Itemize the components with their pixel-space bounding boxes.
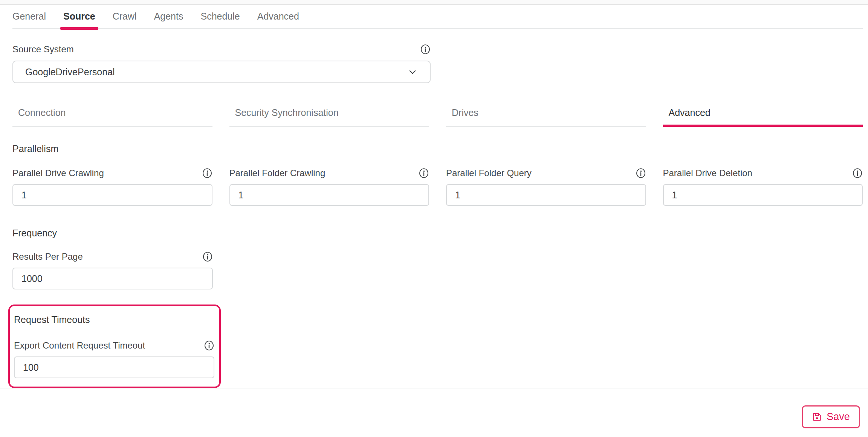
info-icon[interactable]: [636, 168, 646, 178]
field-label: Parallel Drive Deletion: [663, 168, 752, 178]
top-divider: [0, 0, 868, 5]
request-timeouts-highlight-box: Request Timeouts Export Content Request …: [8, 305, 221, 388]
source-system-select[interactable]: GoogleDrivePersonal: [12, 61, 431, 83]
parallel-drive-crawling-input[interactable]: [12, 184, 212, 206]
subtab-security-synchronisation[interactable]: Security Synchronisation: [229, 107, 429, 127]
secondary-tab-bar: Connection Security Synchronisation Driv…: [12, 107, 863, 127]
field-results-per-page: Results Per Page: [12, 251, 213, 289]
source-system-field: Source System GoogleDrivePersonal: [12, 44, 431, 83]
field-export-content-request-timeout: Export Content Request Timeout: [14, 340, 214, 378]
parallelism-fields: Parallel Drive Crawling Parallel Folder …: [12, 168, 863, 206]
source-system-value: GoogleDrivePersonal: [25, 67, 115, 78]
tab-general[interactable]: General: [12, 11, 46, 28]
footer-bar: Save: [0, 388, 868, 437]
floppy-disk-icon: [812, 412, 822, 422]
info-icon[interactable]: [204, 340, 214, 351]
parallel-folder-crawling-input[interactable]: [229, 184, 429, 206]
subtab-drives[interactable]: Drives: [446, 107, 646, 127]
field-label: Results Per Page: [12, 251, 83, 262]
export-content-request-timeout-input[interactable]: [14, 356, 214, 378]
info-icon[interactable]: [852, 168, 863, 178]
subtab-advanced[interactable]: Advanced: [663, 107, 863, 127]
section-title-request-timeouts: Request Timeouts: [14, 314, 212, 325]
info-icon[interactable]: [202, 251, 213, 262]
field-parallel-folder-query: Parallel Folder Query: [446, 168, 646, 206]
results-per-page-input[interactable]: [12, 268, 213, 289]
tab-schedule[interactable]: Schedule: [200, 11, 240, 28]
field-label: Parallel Folder Query: [446, 168, 532, 178]
save-button-label: Save: [827, 411, 850, 423]
section-title-parallelism: Parallelism: [12, 143, 863, 154]
field-label: Parallel Folder Crawling: [229, 168, 326, 178]
field-parallel-folder-crawling: Parallel Folder Crawling: [229, 168, 429, 206]
tab-crawl[interactable]: Crawl: [113, 11, 137, 28]
primary-tab-bar: General Source Crawl Agents Schedule Adv…: [12, 5, 863, 29]
parallel-folder-query-input[interactable]: [446, 184, 646, 206]
field-label: Export Content Request Timeout: [14, 340, 145, 351]
chevron-down-icon: [407, 67, 418, 77]
field-parallel-drive-deletion: Parallel Drive Deletion: [663, 168, 863, 206]
field-label: Parallel Drive Crawling: [12, 168, 104, 178]
section-title-frequency: Frequency: [12, 228, 863, 239]
tab-agents[interactable]: Agents: [154, 11, 183, 28]
info-icon[interactable]: [202, 168, 212, 178]
subtab-connection[interactable]: Connection: [12, 107, 212, 127]
info-icon[interactable]: [419, 168, 429, 178]
field-parallel-drive-crawling: Parallel Drive Crawling: [12, 168, 212, 206]
tab-source[interactable]: Source: [63, 11, 95, 28]
save-button[interactable]: Save: [802, 405, 860, 428]
source-system-label: Source System: [12, 44, 74, 55]
info-icon[interactable]: [420, 44, 431, 55]
tab-advanced[interactable]: Advanced: [257, 11, 299, 28]
parallel-drive-deletion-input[interactable]: [663, 184, 863, 206]
